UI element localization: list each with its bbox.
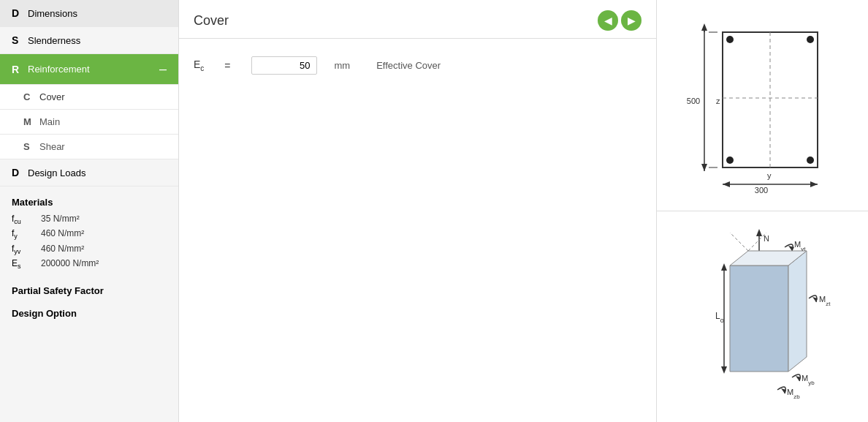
svg-text:Lo: Lo <box>715 311 724 324</box>
materials-row-es: Es 200000 N/mm² <box>12 258 167 270</box>
svg-marker-13 <box>723 181 730 187</box>
nav-buttons: ◀ ▶ <box>598 10 642 31</box>
svg-marker-17 <box>701 164 707 171</box>
mat-label-fcu: fcu <box>12 214 41 225</box>
svg-text:Mzt: Mzt <box>819 295 831 307</box>
sidebar-sublabel-shear: Shear <box>39 141 65 152</box>
design-option-link[interactable]: Design Option <box>0 302 178 325</box>
svg-text:Myb: Myb <box>802 374 815 386</box>
sidebar-label-reinforcement: Reinforcement <box>28 64 90 75</box>
svg-point-8 <box>807 36 814 43</box>
svg-marker-14 <box>810 181 818 187</box>
materials-section: Materials fcu 35 N/mm² fy 460 N/mm² fyv … <box>0 186 178 279</box>
sidebar-letter-d2: D <box>12 167 28 178</box>
sidebar-label-slenderness: Slenderness <box>28 35 80 46</box>
svg-marker-25 <box>730 265 788 372</box>
unit-label: mm <box>329 60 351 71</box>
svg-text:Myt: Myt <box>794 240 806 252</box>
svg-text:z: z <box>716 97 720 105</box>
mat-label-es: Es <box>12 258 41 270</box>
mat-value-fy: 460 N/mm² <box>41 228 84 238</box>
sidebar-sublabel-cover: Cover <box>39 91 65 102</box>
nav-back-button[interactable]: ◀ <box>598 10 618 31</box>
materials-row-fcu: fcu 35 N/mm² <box>12 214 167 225</box>
main-content: Cover ◀ ▶ Ec = mm Effective Cover <box>179 0 656 422</box>
materials-row-fyv: fyv 460 N/mm² <box>12 244 167 255</box>
svg-marker-26 <box>788 251 807 372</box>
sidebar-item-cover[interactable]: C Cover <box>0 85 178 110</box>
svg-text:N: N <box>764 234 769 243</box>
sidebar-label-dimensions: Dimensions <box>28 8 77 19</box>
sidebar-subletter-s: S <box>23 141 39 152</box>
active-dash: – <box>159 61 167 77</box>
sidebar-item-dimensions[interactable]: D Dimensions <box>0 0 178 27</box>
equals-sign: = <box>216 60 239 72</box>
mat-label-fyv: fyv <box>12 244 41 255</box>
svg-marker-31 <box>721 366 727 374</box>
cross-section-svg: 500 z y 300 <box>682 18 843 193</box>
svg-marker-21 <box>756 229 762 236</box>
right-panel: 500 z y 300 <box>656 0 868 422</box>
sidebar-label-design-loads: Design Loads <box>28 167 86 178</box>
svg-text:y: y <box>767 171 772 180</box>
sidebar-subletter-m: M <box>23 116 39 127</box>
svg-point-7 <box>726 36 734 43</box>
svg-point-9 <box>726 157 734 164</box>
svg-text:300: 300 <box>754 186 767 193</box>
sidebar-item-reinforcement[interactable]: R Reinforcement – <box>0 54 178 85</box>
page-title: Cover <box>194 13 229 29</box>
svg-point-10 <box>807 157 814 164</box>
ec-input[interactable] <box>251 56 317 75</box>
ec-label: Ec <box>194 59 204 72</box>
cross-section-diagram: 500 z y 300 <box>657 0 868 211</box>
content-header: Cover ◀ ▶ <box>179 0 656 39</box>
sidebar-letter-s1: S <box>12 34 28 46</box>
sidebar-subletter-c: C <box>23 91 39 102</box>
mat-value-fyv: 460 N/mm² <box>41 244 84 254</box>
sidebar-sublabel-main: Main <box>39 116 60 127</box>
sidebar-letter-r: R <box>12 64 28 75</box>
partial-safety-link[interactable]: Partial Safety Factor <box>0 279 178 302</box>
sidebar-item-slenderness[interactable]: S Slenderness <box>0 27 178 54</box>
mat-value-fcu: 35 N/mm² <box>41 214 80 224</box>
mat-label-fy: fy <box>12 228 41 240</box>
sidebar-letter-d: D <box>12 7 28 19</box>
materials-title: Materials <box>12 197 167 208</box>
sidebar-item-design-loads[interactable]: D Design Loads <box>0 159 178 186</box>
sidebar: D Dimensions S Slenderness R Reinforceme… <box>0 0 179 422</box>
svg-text:500: 500 <box>686 97 699 105</box>
column-3d-diagram: N Myt Lo Mzt Myb <box>657 211 868 422</box>
content-body: Ec = mm Effective Cover <box>179 39 656 92</box>
field-description: Effective Cover <box>362 60 441 71</box>
column-3d-svg: N Myt Lo Mzt Myb <box>679 225 847 408</box>
svg-line-38 <box>730 233 748 251</box>
nav-forward-button[interactable]: ▶ <box>621 10 642 31</box>
mat-value-es: 200000 N/mm² <box>41 258 99 268</box>
materials-row-fy: fy 460 N/mm² <box>12 228 167 240</box>
sidebar-item-shear[interactable]: S Shear <box>0 135 178 159</box>
svg-marker-30 <box>721 263 727 271</box>
svg-text:Mzb: Mzb <box>787 388 800 400</box>
sidebar-item-main[interactable]: M Main <box>0 110 178 135</box>
